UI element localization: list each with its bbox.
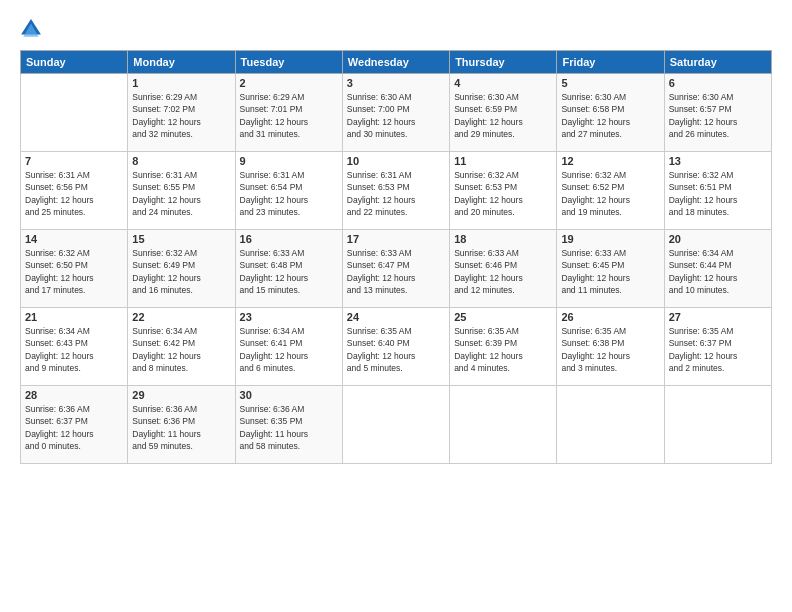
cell-info: Sunrise: 6:29 AMSunset: 7:01 PMDaylight:… [240,91,338,140]
day-number: 29 [132,389,230,401]
cell-info: Sunrise: 6:30 AMSunset: 6:59 PMDaylight:… [454,91,552,140]
day-number: 4 [454,77,552,89]
calendar-table: SundayMondayTuesdayWednesdayThursdayFrid… [20,50,772,464]
calendar-cell: 29Sunrise: 6:36 AMSunset: 6:36 PMDayligh… [128,386,235,464]
day-number: 14 [25,233,123,245]
cell-info: Sunrise: 6:36 AMSunset: 6:37 PMDaylight:… [25,403,123,452]
calendar-cell: 24Sunrise: 6:35 AMSunset: 6:40 PMDayligh… [342,308,449,386]
day-number: 10 [347,155,445,167]
calendar-cell: 23Sunrise: 6:34 AMSunset: 6:41 PMDayligh… [235,308,342,386]
calendar-cell: 28Sunrise: 6:36 AMSunset: 6:37 PMDayligh… [21,386,128,464]
calendar-cell: 14Sunrise: 6:32 AMSunset: 6:50 PMDayligh… [21,230,128,308]
calendar-cell: 8Sunrise: 6:31 AMSunset: 6:55 PMDaylight… [128,152,235,230]
cell-info: Sunrise: 6:30 AMSunset: 6:57 PMDaylight:… [669,91,767,140]
calendar-cell: 27Sunrise: 6:35 AMSunset: 6:37 PMDayligh… [664,308,771,386]
calendar-cell: 1Sunrise: 6:29 AMSunset: 7:02 PMDaylight… [128,74,235,152]
cell-info: Sunrise: 6:32 AMSunset: 6:51 PMDaylight:… [669,169,767,218]
calendar-cell: 10Sunrise: 6:31 AMSunset: 6:53 PMDayligh… [342,152,449,230]
calendar-week-4: 28Sunrise: 6:36 AMSunset: 6:37 PMDayligh… [21,386,772,464]
calendar-week-2: 14Sunrise: 6:32 AMSunset: 6:50 PMDayligh… [21,230,772,308]
day-number: 8 [132,155,230,167]
day-number: 25 [454,311,552,323]
day-number: 2 [240,77,338,89]
calendar-weekday-wednesday: Wednesday [342,51,449,74]
cell-info: Sunrise: 6:34 AMSunset: 6:41 PMDaylight:… [240,325,338,374]
calendar-cell: 6Sunrise: 6:30 AMSunset: 6:57 PMDaylight… [664,74,771,152]
calendar-cell: 12Sunrise: 6:32 AMSunset: 6:52 PMDayligh… [557,152,664,230]
calendar-cell: 16Sunrise: 6:33 AMSunset: 6:48 PMDayligh… [235,230,342,308]
logo [20,18,45,40]
cell-info: Sunrise: 6:34 AMSunset: 6:43 PMDaylight:… [25,325,123,374]
calendar-weekday-monday: Monday [128,51,235,74]
calendar-cell: 22Sunrise: 6:34 AMSunset: 6:42 PMDayligh… [128,308,235,386]
day-number: 18 [454,233,552,245]
day-number: 16 [240,233,338,245]
calendar-cell: 3Sunrise: 6:30 AMSunset: 7:00 PMDaylight… [342,74,449,152]
calendar-week-3: 21Sunrise: 6:34 AMSunset: 6:43 PMDayligh… [21,308,772,386]
logo-icon [20,18,42,40]
calendar-header-row: SundayMondayTuesdayWednesdayThursdayFrid… [21,51,772,74]
day-number: 21 [25,311,123,323]
day-number: 28 [25,389,123,401]
day-number: 19 [561,233,659,245]
day-number: 26 [561,311,659,323]
cell-info: Sunrise: 6:32 AMSunset: 6:52 PMDaylight:… [561,169,659,218]
cell-info: Sunrise: 6:35 AMSunset: 6:38 PMDaylight:… [561,325,659,374]
day-number: 20 [669,233,767,245]
calendar-weekday-friday: Friday [557,51,664,74]
calendar-weekday-sunday: Sunday [21,51,128,74]
calendar-weekday-thursday: Thursday [450,51,557,74]
day-number: 11 [454,155,552,167]
calendar-weekday-tuesday: Tuesday [235,51,342,74]
cell-info: Sunrise: 6:33 AMSunset: 6:48 PMDaylight:… [240,247,338,296]
cell-info: Sunrise: 6:30 AMSunset: 6:58 PMDaylight:… [561,91,659,140]
calendar-cell: 7Sunrise: 6:31 AMSunset: 6:56 PMDaylight… [21,152,128,230]
calendar-cell: 5Sunrise: 6:30 AMSunset: 6:58 PMDaylight… [557,74,664,152]
calendar-cell [557,386,664,464]
cell-info: Sunrise: 6:31 AMSunset: 6:54 PMDaylight:… [240,169,338,218]
day-number: 5 [561,77,659,89]
calendar-cell: 11Sunrise: 6:32 AMSunset: 6:53 PMDayligh… [450,152,557,230]
page: SundayMondayTuesdayWednesdayThursdayFrid… [0,0,792,612]
cell-info: Sunrise: 6:33 AMSunset: 6:46 PMDaylight:… [454,247,552,296]
cell-info: Sunrise: 6:33 AMSunset: 6:47 PMDaylight:… [347,247,445,296]
day-number: 1 [132,77,230,89]
day-number: 13 [669,155,767,167]
cell-info: Sunrise: 6:31 AMSunset: 6:55 PMDaylight:… [132,169,230,218]
cell-info: Sunrise: 6:33 AMSunset: 6:45 PMDaylight:… [561,247,659,296]
calendar-cell: 9Sunrise: 6:31 AMSunset: 6:54 PMDaylight… [235,152,342,230]
cell-info: Sunrise: 6:36 AMSunset: 6:35 PMDaylight:… [240,403,338,452]
day-number: 22 [132,311,230,323]
calendar-cell [21,74,128,152]
calendar-cell: 13Sunrise: 6:32 AMSunset: 6:51 PMDayligh… [664,152,771,230]
calendar-cell [450,386,557,464]
day-number: 12 [561,155,659,167]
cell-info: Sunrise: 6:35 AMSunset: 6:37 PMDaylight:… [669,325,767,374]
calendar-cell: 17Sunrise: 6:33 AMSunset: 6:47 PMDayligh… [342,230,449,308]
cell-info: Sunrise: 6:32 AMSunset: 6:50 PMDaylight:… [25,247,123,296]
cell-info: Sunrise: 6:29 AMSunset: 7:02 PMDaylight:… [132,91,230,140]
day-number: 15 [132,233,230,245]
calendar-cell [664,386,771,464]
cell-info: Sunrise: 6:32 AMSunset: 6:49 PMDaylight:… [132,247,230,296]
day-number: 3 [347,77,445,89]
header [20,18,772,40]
calendar-week-1: 7Sunrise: 6:31 AMSunset: 6:56 PMDaylight… [21,152,772,230]
cell-info: Sunrise: 6:31 AMSunset: 6:56 PMDaylight:… [25,169,123,218]
calendar-cell: 18Sunrise: 6:33 AMSunset: 6:46 PMDayligh… [450,230,557,308]
cell-info: Sunrise: 6:31 AMSunset: 6:53 PMDaylight:… [347,169,445,218]
day-number: 17 [347,233,445,245]
calendar-cell [342,386,449,464]
calendar-weekday-saturday: Saturday [664,51,771,74]
calendar-cell: 2Sunrise: 6:29 AMSunset: 7:01 PMDaylight… [235,74,342,152]
cell-info: Sunrise: 6:34 AMSunset: 6:42 PMDaylight:… [132,325,230,374]
calendar-cell: 15Sunrise: 6:32 AMSunset: 6:49 PMDayligh… [128,230,235,308]
day-number: 24 [347,311,445,323]
cell-info: Sunrise: 6:32 AMSunset: 6:53 PMDaylight:… [454,169,552,218]
calendar-cell: 26Sunrise: 6:35 AMSunset: 6:38 PMDayligh… [557,308,664,386]
cell-info: Sunrise: 6:30 AMSunset: 7:00 PMDaylight:… [347,91,445,140]
calendar-week-0: 1Sunrise: 6:29 AMSunset: 7:02 PMDaylight… [21,74,772,152]
calendar-cell: 19Sunrise: 6:33 AMSunset: 6:45 PMDayligh… [557,230,664,308]
calendar-cell: 30Sunrise: 6:36 AMSunset: 6:35 PMDayligh… [235,386,342,464]
cell-info: Sunrise: 6:35 AMSunset: 6:39 PMDaylight:… [454,325,552,374]
